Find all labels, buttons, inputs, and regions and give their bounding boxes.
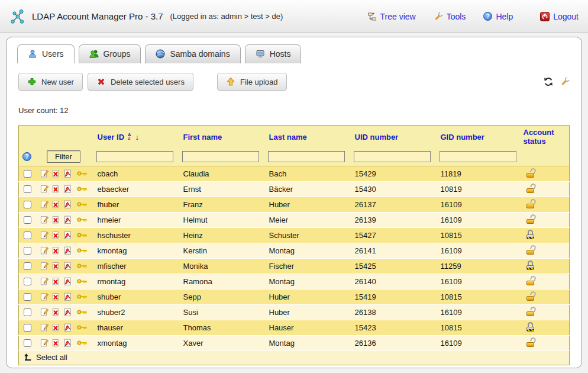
edit-icon[interactable] (40, 261, 49, 271)
edit-icon[interactable] (40, 338, 49, 348)
filter-gid-number-input[interactable] (440, 151, 516, 162)
tab-users[interactable]: Users (17, 44, 75, 63)
edit-icon[interactable] (40, 323, 49, 332)
row-checkbox[interactable] (24, 201, 31, 208)
edit-icon[interactable] (40, 307, 49, 317)
pdf-icon[interactable] (63, 184, 72, 194)
key-icon[interactable] (77, 170, 88, 177)
account-status-icon[interactable] (526, 199, 537, 208)
tab-groups[interactable]: Groups (79, 44, 141, 63)
help-link[interactable]: ? Help (483, 12, 513, 21)
edit-icon[interactable] (40, 200, 49, 209)
filter-last-name-input[interactable] (268, 151, 345, 162)
key-icon[interactable] (77, 201, 88, 208)
row-checkbox[interactable] (24, 339, 31, 347)
edit-icon[interactable] (40, 246, 49, 255)
account-status-icon[interactable] (526, 214, 537, 224)
row-checkbox[interactable] (24, 216, 31, 224)
delete-icon[interactable] (51, 215, 60, 224)
account-status-icon[interactable] (526, 337, 537, 347)
key-icon[interactable] (77, 278, 88, 285)
filter-button[interactable]: Filter (47, 150, 80, 163)
filter-first-name-input[interactable] (182, 151, 259, 162)
delete-icon[interactable] (51, 200, 60, 209)
row-checkbox[interactable] (24, 247, 31, 255)
header-last-name[interactable]: Last name (264, 126, 350, 149)
row-checkbox[interactable] (24, 308, 31, 316)
pdf-icon[interactable] (63, 230, 72, 240)
key-icon[interactable] (77, 247, 88, 254)
account-status-icon[interactable] (526, 322, 537, 332)
row-checkbox[interactable] (24, 262, 31, 270)
tree-view-link[interactable]: Tree view (367, 12, 416, 21)
key-icon[interactable] (77, 339, 88, 346)
account-status-icon[interactable] (526, 168, 537, 178)
key-icon[interactable] (77, 231, 88, 239)
logout-link[interactable]: Logout (540, 12, 579, 21)
account-status-icon[interactable] (526, 276, 537, 285)
pdf-icon[interactable] (63, 246, 72, 255)
tab-samba-domains[interactable]: Samba domains (145, 44, 240, 63)
account-status-icon[interactable] (526, 261, 537, 270)
edit-icon[interactable] (40, 184, 49, 194)
edit-icon[interactable] (40, 215, 49, 224)
delete-icon[interactable] (51, 338, 60, 348)
edit-icon[interactable] (40, 276, 49, 286)
new-user-button[interactable]: New user (18, 73, 83, 91)
delete-icon[interactable] (51, 292, 60, 301)
account-status-icon[interactable] (526, 230, 537, 239)
pdf-icon[interactable] (63, 292, 72, 301)
pdf-icon[interactable] (63, 338, 72, 348)
header-first-name[interactable]: First name (179, 126, 264, 149)
pdf-icon[interactable] (63, 261, 72, 271)
delete-icon[interactable] (51, 246, 60, 255)
delete-icon[interactable] (51, 169, 60, 178)
header-account-status[interactable]: Account status (519, 126, 570, 149)
file-upload-button[interactable]: File upload (217, 73, 287, 91)
pdf-icon[interactable] (63, 276, 72, 286)
key-icon[interactable] (77, 216, 88, 223)
delete-icon[interactable] (51, 323, 60, 332)
header-gid-number[interactable]: GID number (436, 126, 519, 149)
delete-icon[interactable] (51, 307, 60, 317)
pdf-icon[interactable] (63, 323, 72, 332)
delete-icon[interactable] (51, 184, 60, 194)
filter-uid-number-input[interactable] (354, 151, 431, 162)
row-checkbox[interactable] (24, 278, 31, 285)
edit-icon[interactable] (40, 169, 49, 178)
tab-hosts[interactable]: Hosts (245, 44, 302, 63)
delete-selected-button[interactable]: Delete selected users (88, 73, 193, 91)
account-status-icon[interactable] (526, 184, 537, 193)
pdf-icon[interactable] (63, 307, 72, 317)
pdf-icon[interactable] (63, 169, 72, 178)
key-icon[interactable] (77, 293, 88, 300)
cell-first-name: Kerstin (179, 243, 264, 258)
delete-icon[interactable] (51, 230, 60, 240)
key-icon[interactable] (77, 185, 88, 192)
row-checkbox[interactable] (24, 185, 31, 193)
pdf-icon[interactable] (63, 200, 72, 209)
tools-link[interactable]: Tools (434, 12, 466, 21)
filter-user-id-input[interactable] (96, 151, 173, 162)
row-checkbox[interactable] (24, 293, 31, 301)
account-status-icon[interactable] (526, 245, 537, 255)
delete-icon[interactable] (51, 261, 60, 271)
key-icon[interactable] (77, 308, 88, 316)
edit-icon[interactable] (40, 230, 49, 240)
edit-icon[interactable] (40, 292, 49, 301)
key-icon[interactable] (77, 324, 88, 331)
select-all-control[interactable]: Select all (24, 353, 67, 362)
row-checkbox[interactable] (24, 231, 31, 239)
settings-wrench-icon[interactable] (560, 77, 570, 86)
delete-icon[interactable] (51, 276, 60, 286)
account-status-icon[interactable] (526, 307, 537, 316)
row-checkbox[interactable] (24, 324, 31, 332)
key-icon[interactable] (77, 262, 88, 269)
filter-help-icon[interactable]: ? (22, 152, 31, 161)
refresh-icon[interactable] (544, 77, 553, 86)
row-checkbox[interactable] (24, 170, 31, 178)
header-user-id[interactable]: User ID AZ↓ (93, 126, 179, 149)
header-uid-number[interactable]: UID number (350, 126, 436, 149)
account-status-icon[interactable] (526, 291, 537, 301)
pdf-icon[interactable] (63, 215, 72, 224)
